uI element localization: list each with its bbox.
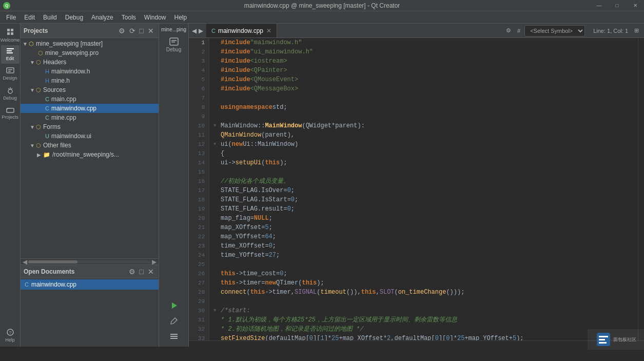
- sidebar-item-edit[interactable]: Edit: [1, 45, 19, 64]
- menu-analyze[interactable]: Analyze: [87, 13, 118, 22]
- welcome-label: Welcome: [1, 37, 19, 43]
- code-line-26[interactable]: this->time_cost = 0;: [213, 269, 634, 278]
- tree-other-folder[interactable]: ▼ ⬡ Other files: [21, 141, 159, 150]
- code-line-33[interactable]: setFixedSize(defaultMap[0][1] * 25 + map…: [213, 334, 634, 340]
- code-line-4[interactable]: #include <QPainter>: [213, 66, 634, 75]
- tree-main-cpp[interactable]: ▶ C main.cpp: [21, 94, 159, 104]
- code-line-11[interactable]: QMainWindow(parent),: [213, 130, 634, 140]
- tree-sources-folder[interactable]: ▼ ⬡ Sources: [21, 85, 159, 94]
- code-vscroll[interactable]: [638, 38, 644, 340]
- code-line-29[interactable]: [213, 297, 634, 306]
- menu-build[interactable]: Build: [39, 13, 61, 22]
- sidebar-item-welcome[interactable]: Welcome: [1, 26, 19, 44]
- tree-mainwindow-ui[interactable]: ▶ U mainwindow.ui: [21, 131, 159, 141]
- code-line-21[interactable]: map_XOffset = 5;: [213, 223, 634, 232]
- code-line-12[interactable]: ▼ ui(new Ui::MainWindow): [213, 140, 634, 149]
- tab-bar-right: ⚙ # <Select Symbol> Line: 1, Col: 1 ⊞: [504, 25, 644, 36]
- panel-close-button[interactable]: ✕: [146, 26, 155, 35]
- edit-label: Edit: [6, 56, 14, 61]
- minimize-button[interactable]: —: [590, 0, 608, 11]
- symbol-select[interactable]: <Select Symbol>: [524, 25, 585, 36]
- window-controls: — □ ✕: [590, 0, 644, 11]
- tab-close-button[interactable]: ✕: [266, 27, 271, 34]
- mini-debug-button[interactable]: Debug: [160, 34, 187, 54]
- line-number-4: 4: [189, 66, 205, 75]
- editor-scrollbar-h[interactable]: [189, 340, 644, 347]
- code-line-7[interactable]: [213, 93, 634, 103]
- sidebar-item-debug[interactable]: Debug: [1, 84, 19, 103]
- panel-scrollbar[interactable]: ◀ ▶: [21, 258, 159, 264]
- code-line-28[interactable]: connect(this->timer,SIGNAL(timeout()),th…: [213, 288, 634, 297]
- code-line-24[interactable]: time_YOffset = 27;: [213, 251, 634, 260]
- tab-next-button[interactable]: ▶: [198, 26, 204, 35]
- tree-project-root[interactable]: ▼ ⬡ mine_sweeping [master]: [21, 39, 159, 48]
- code-line-9[interactable]: [213, 112, 634, 121]
- menu-file[interactable]: File: [2, 13, 20, 22]
- open-docs-options[interactable]: ⚙: [127, 267, 137, 276]
- mini-run-button[interactable]: [166, 298, 182, 313]
- code-line-13[interactable]: {: [213, 149, 634, 158]
- panel-sync-button[interactable]: ⟳: [128, 26, 137, 35]
- code-line-2[interactable]: #include "ui_mainwindow.h": [213, 47, 634, 56]
- code-line-20[interactable]: map_flag = NULL;: [213, 214, 634, 223]
- scroll-thumb[interactable]: [28, 260, 77, 263]
- line-col-expand[interactable]: ⊞: [632, 26, 641, 35]
- open-docs-close[interactable]: ✕: [146, 267, 155, 276]
- code-line-1[interactable]: #include "mainwindow.h": [213, 38, 634, 47]
- tree-mainwindow-cpp[interactable]: ▶ C mainwindow.cpp: [21, 104, 159, 113]
- svg-marker-20: [172, 302, 177, 309]
- menu-help[interactable]: Help: [170, 13, 191, 22]
- code-line-27[interactable]: this->timer = new QTimer(this);: [213, 278, 634, 288]
- code-line-6[interactable]: #include <QMessageBox>: [213, 84, 634, 93]
- code-line-25[interactable]: [213, 260, 634, 269]
- tree-pro-file[interactable]: ▶ ⬡ mine_sweeping.pro: [21, 48, 159, 58]
- menu-tools[interactable]: Tools: [118, 13, 140, 22]
- code-line-8[interactable]: using namespace std;: [213, 103, 634, 112]
- svg-rect-8: [8, 69, 12, 70]
- maximize-button[interactable]: □: [608, 0, 626, 11]
- code-line-17[interactable]: STATE_FLAG.IsOver = 0;: [213, 186, 634, 195]
- code-line-31[interactable]: * 1.默认为初级，每个方格25*25，上方留出一定区域用于显示时间、剩余雷数等…: [213, 315, 634, 325]
- open-docs-maximize[interactable]: □: [138, 267, 145, 276]
- code-line-23[interactable]: time_XOffset = 0;: [213, 241, 634, 251]
- menu-debug[interactable]: Debug: [61, 13, 87, 22]
- code-line-10[interactable]: ▼MainWindow::MainWindow(QWidget *parent)…: [213, 121, 634, 130]
- menu-edit[interactable]: Edit: [20, 13, 39, 22]
- sidebar-item-design[interactable]: Design: [1, 65, 19, 83]
- code-line-32[interactable]: * 2.初始话随机地图，和记录是否访问过的地图 */: [213, 325, 634, 334]
- code-line-19[interactable]: STATE_FLAG.result = 0;: [213, 204, 634, 214]
- scroll-track[interactable]: [28, 260, 151, 263]
- code-line-3[interactable]: #include <iostream>: [213, 56, 634, 66]
- tree-headers-folder[interactable]: ▼ ⬡ Headers: [21, 58, 159, 67]
- code-content[interactable]: #include "mainwindow.h" #include "ui_mai…: [209, 38, 638, 340]
- tree-other-path[interactable]: ▶ 📁 /root/mine_sweeping/s...: [21, 150, 159, 159]
- sidebar-item-projects[interactable]: Projects: [1, 104, 19, 122]
- sidebar-item-help[interactable]: ? Help: [1, 326, 19, 345]
- svg-rect-6: [7, 52, 13, 53]
- code-line-14[interactable]: ui->setupUi(this);: [213, 158, 634, 167]
- code-line-18[interactable]: STATE_FLAG.IsStart = 0;: [213, 195, 634, 204]
- help-label: Help: [5, 337, 15, 343]
- close-button[interactable]: ✕: [626, 0, 644, 11]
- panel-maximize-button[interactable]: □: [138, 26, 145, 35]
- tree-mainwindow-h[interactable]: ▶ H mainwindow.h: [21, 67, 159, 76]
- tab-prev-button[interactable]: ◀: [191, 26, 198, 35]
- tab-options-button[interactable]: ⚙: [504, 26, 513, 35]
- tree-mine-h[interactable]: ▶ H mine.h: [21, 76, 159, 85]
- code-line-15[interactable]: [213, 167, 634, 177]
- mini-menu-button[interactable]: [166, 329, 182, 344]
- code-line-22[interactable]: map_YOffset = 64;: [213, 232, 634, 241]
- code-line-16[interactable]: //初始化各个成员变量。: [213, 177, 634, 186]
- panel-options-button[interactable]: ⚙: [117, 26, 127, 35]
- tree-mine-cpp[interactable]: ▶ C mine.cpp: [21, 113, 159, 122]
- pro-file-label: mine_sweeping.pro: [45, 49, 99, 56]
- open-docs-actions: ⚙ □ ✕: [127, 267, 155, 276]
- open-doc-mainwindow-cpp[interactable]: C mainwindow.cpp: [21, 279, 159, 290]
- code-line-30[interactable]: ▼ /*start:: [213, 306, 634, 315]
- svg-point-10: [8, 89, 12, 93]
- code-line-5[interactable]: #include <QMouseEvent>: [213, 75, 634, 84]
- mini-build-button[interactable]: [166, 314, 182, 328]
- menu-window[interactable]: Window: [140, 13, 170, 22]
- tree-forms-folder[interactable]: ▼ ⬡ Forms: [21, 122, 159, 131]
- tab-mainwindow-cpp[interactable]: C mainwindow.cpp ✕: [206, 24, 277, 37]
